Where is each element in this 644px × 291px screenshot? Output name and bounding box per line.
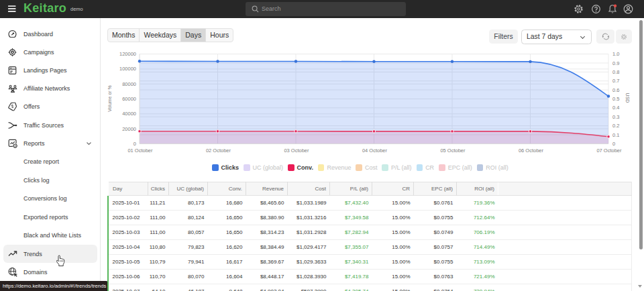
svg-text:0.6: 0.6 [612,87,619,93]
svg-text:100000: 100000 [119,66,136,72]
svg-text:0.9: 0.9 [612,60,619,66]
svg-text:0.3: 0.3 [612,114,619,120]
svg-text:0.5: 0.5 [612,96,619,102]
svg-text:1.0: 1.0 [612,51,619,57]
svg-text:06 October: 06 October [519,148,544,154]
svg-text:120000: 120000 [119,51,136,57]
svg-text:0.1: 0.1 [612,132,619,138]
svg-text:USD: USD [625,93,630,103]
svg-text:0.7: 0.7 [612,78,619,84]
svg-text:02 October: 02 October [206,148,231,154]
svg-text:20000: 20000 [122,126,136,132]
svg-text:03 October: 03 October [284,148,309,154]
svg-text:Volume or %: Volume or % [107,85,112,112]
svg-text:07 October: 07 October [596,148,622,154]
svg-text:0: 0 [612,141,615,147]
svg-text:40000: 40000 [122,111,136,117]
svg-text:04 October: 04 October [362,148,388,154]
svg-text:01 October: 01 October [127,148,153,154]
svg-text:05 October: 05 October [440,148,466,154]
svg-text:0.2: 0.2 [612,123,619,129]
svg-text:0: 0 [133,141,136,147]
svg-text:80000: 80000 [122,81,136,87]
svg-text:0.4: 0.4 [612,105,619,111]
svg-text:60000: 60000 [122,96,136,102]
svg-text:0.8: 0.8 [612,69,619,75]
